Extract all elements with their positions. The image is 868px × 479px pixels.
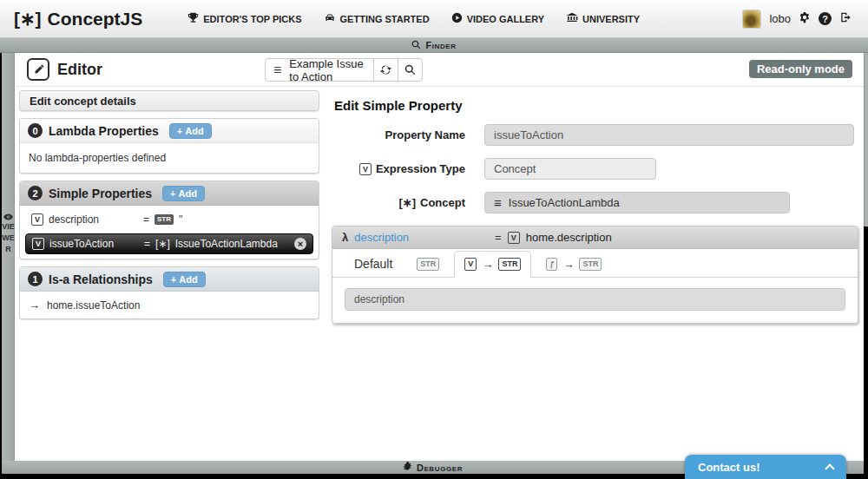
username[interactable]: lobo — [769, 12, 791, 25]
car-icon — [324, 12, 336, 25]
simple-property-row-description[interactable]: V description = STR '' — [25, 210, 313, 229]
expression-name-link[interactable]: description — [354, 231, 409, 244]
concept-selector-group: ≡ Example Issue to Action — [265, 58, 423, 82]
right-panel-tab[interactable] — [864, 53, 868, 226]
add-label: Add — [185, 126, 203, 136]
label-text: Concept — [420, 196, 465, 209]
expression-panel: λ description = V home.description Defau… — [332, 226, 858, 324]
expression-value-field[interactable]: description — [345, 288, 845, 311]
tab-default[interactable]: Default — [345, 251, 402, 277]
refresh-button[interactable] — [373, 59, 398, 81]
nav-getting-started[interactable]: GETTING STARTED — [324, 12, 430, 25]
field-value: IssueToActionLambda — [509, 196, 620, 209]
variable-badge-icon: V — [32, 238, 44, 250]
search-icon — [411, 40, 421, 51]
label-text: Expression Type — [376, 162, 465, 175]
top-navbar: [∗] ConceptJS EDITOR'S TOP PICKS GETTING… — [0, 0, 868, 38]
expression-type-row: V Expression Type Concept — [328, 158, 861, 180]
viewer-panel-tab[interactable]: VIEWER — [2, 53, 15, 461]
expression-type-label: V Expression Type — [328, 162, 465, 175]
menu-icon: ≡ — [494, 195, 502, 210]
chevron-up-icon — [825, 463, 834, 473]
editor-title: Editor — [57, 61, 102, 79]
app-logo[interactable]: [∗] ConceptJS — [14, 9, 142, 30]
user-avatar[interactable] — [742, 10, 761, 29]
count-badge: 2 — [28, 186, 43, 200]
workspace: VIEWER Editor ≡ Example Issue to Action … — [2, 53, 864, 461]
concept-row: [∗] Concept ≡ IssueToActionLambda — [328, 192, 861, 213]
lambda-properties-empty: No lambda-properties defined — [20, 143, 319, 173]
variable-badge-icon: V — [31, 213, 43, 226]
count-badge: 1 — [28, 272, 43, 286]
user-area: lobo ? — [742, 10, 852, 29]
variable-badge-icon: V — [359, 163, 372, 175]
concept-name-input[interactable]: Example Issue to Action — [289, 59, 373, 81]
isa-relationships-header: 1 Is-a Relationships + Add — [20, 267, 319, 292]
expression-panel-header: λ description = V home.description — [332, 226, 858, 249]
property-value: '' — [179, 213, 183, 226]
add-lambda-property-button[interactable]: + Add — [169, 123, 212, 139]
add-isa-relationship-button[interactable]: + Add — [163, 272, 206, 287]
finder-bar[interactable]: Finder — [0, 38, 868, 53]
property-value: IssueToActionLambda — [175, 238, 278, 250]
page-title: Edit Simple Property — [334, 98, 861, 113]
gear-icon[interactable] — [799, 11, 811, 27]
panel-title: Lambda Properties — [49, 124, 159, 138]
isa-relationship-row[interactable]: → home.issueToAction — [20, 292, 319, 318]
sign-out-icon[interactable] — [839, 11, 852, 27]
concept-details-sidebar: Edit concept details 0 Lambda Properties… — [19, 90, 319, 319]
plus-icon: + — [171, 274, 176, 285]
nav-label: EDITOR'S TOP PICKS — [203, 14, 301, 24]
contact-us-button[interactable]: Contact us! — [685, 455, 846, 479]
tab-v-to-str[interactable]: V → STR — [454, 251, 531, 278]
property-editor-panel: Edit Simple Property Property Name issue… — [328, 90, 861, 324]
count-badge: 0 — [28, 123, 43, 138]
search-button[interactable] — [398, 59, 422, 81]
add-label: Add — [178, 188, 196, 199]
field-value: issueToAction — [494, 128, 563, 141]
plus-icon: + — [177, 126, 182, 136]
simple-properties-header: 2 Simple Properties + Add — [20, 181, 319, 206]
nav-video-gallery[interactable]: VIDEO GALLERY — [451, 12, 544, 25]
plus-icon: + — [170, 188, 175, 199]
concept-type-badge: [∗] — [155, 238, 170, 250]
isa-relationships-panel: 1 Is-a Relationships + Add → home.issueT… — [19, 266, 319, 319]
editor-brand: Editor — [27, 58, 102, 81]
nav-editors-top-picks[interactable]: EDITOR'S TOP PICKS — [187, 12, 301, 25]
tab-script-to-str[interactable]: ƒ → STR — [536, 252, 611, 277]
nav-university[interactable]: UNIVERSITY — [566, 12, 640, 25]
remove-icon[interactable]: × — [294, 238, 306, 250]
readonly-mode-badge: Read-only mode — [749, 60, 852, 78]
arrow-right-icon: → — [482, 258, 493, 271]
lambda-properties-panel: 0 Lambda Properties + Add No lambda-prop… — [19, 118, 319, 174]
simple-property-row-issuetoaction[interactable]: V issueToAction = [∗] IssueToActionLambd… — [25, 233, 313, 254]
bug-icon — [403, 462, 412, 473]
field-value: Concept — [494, 162, 536, 175]
property-name-field[interactable]: issueToAction — [484, 124, 854, 146]
field-value: description — [354, 293, 404, 305]
logo-text: ConceptJS — [48, 9, 143, 30]
add-label: Add — [179, 274, 197, 285]
play-circle-icon — [451, 12, 463, 25]
equals-sign: = — [143, 213, 149, 226]
expression-type-field[interactable]: Concept — [484, 158, 656, 180]
tab-str[interactable]: STR — [407, 252, 449, 277]
str-type-badge: STR — [579, 258, 602, 271]
sidebar-header: Edit concept details — [19, 90, 319, 111]
nav-label: GETTING STARTED — [340, 14, 430, 24]
lambda-icon: λ — [342, 231, 348, 244]
help-icon[interactable]: ? — [819, 12, 832, 25]
property-name-row: Property Name issueToAction — [328, 124, 861, 146]
expression-tabs: Default STR V → STR ƒ → — [332, 249, 858, 278]
tab-label: Default — [354, 257, 392, 271]
add-simple-property-button[interactable]: + Add — [162, 186, 205, 201]
app-screen: [∗] ConceptJS EDITOR'S TOP PICKS GETTING… — [0, 0, 868, 479]
menu-icon[interactable]: ≡ — [266, 59, 289, 81]
str-type-badge: STR — [417, 258, 439, 271]
property-name-label: Property Name — [328, 128, 465, 141]
concept-field[interactable]: ≡ IssueToActionLambda — [484, 192, 790, 213]
main-nav: EDITOR'S TOP PICKS GETTING STARTED VIDEO… — [187, 12, 640, 25]
finder-label: Finder — [425, 40, 456, 50]
lambda-properties-header: 0 Lambda Properties + Add — [20, 119, 319, 143]
label-text: Property Name — [385, 128, 465, 141]
